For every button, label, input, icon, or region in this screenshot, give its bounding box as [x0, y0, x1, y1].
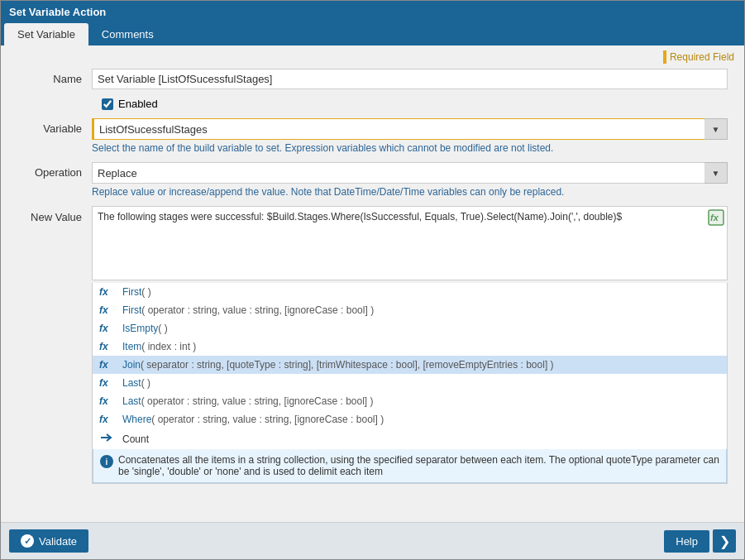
- fx-icon-last1: fx: [99, 377, 117, 389]
- form-area: Name Enabled Variable ListOfSucessfulSta…: [1, 65, 744, 500]
- autocomplete-item-count[interactable]: Count: [93, 428, 727, 449]
- required-field-hint: Required Field: [1, 45, 744, 65]
- info-icon: i: [100, 455, 113, 468]
- operation-dropdown-container: Replace ▼: [92, 162, 728, 184]
- new-value-textarea-wrap: The following stages were successful: $B…: [92, 206, 728, 283]
- tooltip-text: Concatenates all the items in a string c…: [118, 454, 719, 477]
- operation-hint: Replace value or increase/append the val…: [92, 186, 728, 198]
- operation-select[interactable]: Replace: [92, 162, 728, 184]
- enabled-checkbox[interactable]: [102, 98, 113, 110]
- validate-button[interactable]: Validate: [9, 529, 88, 553]
- nav-next-button[interactable]: ❯: [713, 529, 736, 553]
- title-bar: Set Variable Action: [1, 1, 744, 23]
- variable-dropdown-container: ListOfSucessfulStages ▼: [92, 118, 728, 140]
- autocomplete-label-join: Join( separator : string, [quoteType : s…: [122, 359, 554, 371]
- new-value-label: New Value: [17, 206, 92, 223]
- variable-label: Variable: [17, 118, 92, 135]
- autocomplete-item-where[interactable]: fx Where( operator : string, value : str…: [93, 410, 727, 428]
- autocomplete-item-last2[interactable]: fx Last( operator : string, value : stri…: [93, 392, 727, 410]
- autocomplete-label-last1: Last( ): [122, 377, 150, 389]
- autocomplete-item-join[interactable]: fx Join( separator : string, [quoteType …: [93, 356, 727, 374]
- fx-icon-join: fx: [99, 359, 117, 371]
- fx-icon-first2: fx: [99, 304, 117, 316]
- dialog: Set Variable Action Set Variable Comment…: [0, 0, 745, 560]
- operation-label: Operation: [17, 162, 92, 179]
- right-buttons: Help ❯: [664, 529, 736, 553]
- fx-icon-item: fx: [99, 341, 117, 352]
- tab-comments[interactable]: Comments: [88, 23, 167, 45]
- svg-text:fx: fx: [710, 213, 719, 223]
- dialog-title: Set Variable Action: [9, 6, 106, 18]
- name-input[interactable]: [92, 69, 728, 89]
- autocomplete-label-count: Count: [122, 433, 149, 445]
- autocomplete-label-where: Where( operator : string, value : string…: [122, 414, 384, 425]
- tab-set-variable[interactable]: Set Variable: [4, 23, 88, 45]
- validate-check-icon: [21, 534, 34, 548]
- name-row: Name: [17, 69, 728, 89]
- autocomplete-tooltip: i Concatenates all the items in a string…: [93, 449, 727, 483]
- name-field-wrap: [92, 69, 728, 89]
- new-value-row: New Value The following stages were succ…: [17, 206, 728, 484]
- expression-editor-icon[interactable]: fx: [708, 209, 724, 226]
- variable-row: Variable ListOfSucessfulStages ▼ Select …: [17, 118, 728, 154]
- fx-icon-last2: fx: [99, 395, 117, 407]
- operation-field-wrap: Replace ▼ Replace value or increase/appe…: [92, 162, 728, 198]
- variable-select[interactable]: ListOfSucessfulStages: [92, 118, 728, 140]
- new-value-field-wrap: The following stages were successful: $B…: [92, 206, 728, 484]
- variable-field-wrap: ListOfSucessfulStages ▼ Select the name …: [92, 118, 728, 154]
- enabled-label: Enabled: [118, 98, 158, 110]
- required-field-label: Required Field: [670, 51, 734, 63]
- autocomplete-label-item: Item( index : int ): [122, 341, 196, 352]
- autocomplete-list: fx First( ) fx First( operator : string,…: [92, 283, 728, 484]
- fx-icon-where: fx: [99, 414, 117, 425]
- bottom-bar: Validate Help ❯: [1, 522, 744, 559]
- autocomplete-item-first1[interactable]: fx First( ): [93, 283, 727, 301]
- operation-row: Operation Replace ▼ Replace value or inc…: [17, 162, 728, 198]
- autocomplete-item-item[interactable]: fx Item( index : int ): [93, 337, 727, 356]
- autocomplete-item-last1[interactable]: fx Last( ): [93, 374, 727, 392]
- autocomplete-label-first1: First( ): [122, 286, 151, 298]
- autocomplete-label-last2: Last( operator : string, value : string,…: [122, 395, 374, 407]
- new-value-textarea[interactable]: The following stages were successful: $B…: [92, 206, 728, 280]
- help-button[interactable]: Help: [664, 530, 709, 553]
- autocomplete-label-isEmpty: IsEmpty( ): [122, 323, 168, 334]
- enabled-row: Enabled: [102, 98, 728, 110]
- autocomplete-item-isEmpty[interactable]: fx IsEmpty( ): [93, 319, 727, 337]
- autocomplete-item-first2[interactable]: fx First( operator : string, value : str…: [93, 301, 727, 319]
- content-area: Required Field Name Enabled Variable: [1, 45, 744, 522]
- fx-icon-isEmpty: fx: [99, 323, 117, 334]
- tab-bar: Set Variable Comments: [1, 23, 744, 45]
- autocomplete-label-first2: First( operator : string, value : string…: [122, 304, 374, 316]
- fx-icon-first1: fx: [99, 286, 117, 298]
- required-bar-indicator: [663, 50, 666, 64]
- name-label: Name: [17, 69, 92, 85]
- count-arrow-icon: [99, 432, 117, 446]
- variable-hint: Select the name of the build variable to…: [92, 142, 728, 154]
